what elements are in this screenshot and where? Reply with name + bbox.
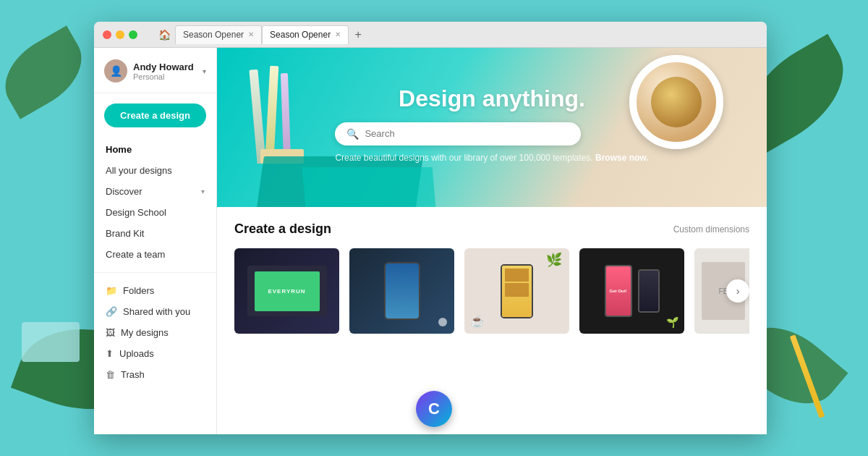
user-menu-chevron[interactable]: ▾ xyxy=(203,67,206,75)
user-info: Andy Howard Personal xyxy=(133,62,197,81)
design-card-presentation[interactable]: EVERYRUN Presentation xyxy=(234,248,339,334)
sidebar-item-uploads[interactable]: ⬆ Uploads xyxy=(94,343,216,364)
teal-shape-2 xyxy=(302,167,436,207)
sidebar-item-my-designs[interactable]: 🖼 My designs xyxy=(94,322,216,343)
new-tab-button[interactable]: + xyxy=(349,25,367,44)
sidebar-item-folders-label: Folders xyxy=(123,285,154,296)
sidebar-item-trash[interactable]: 🗑 Trash xyxy=(94,364,216,385)
video-thumbnail xyxy=(349,248,454,334)
design-card-instagram[interactable]: Get Out! 🌱 Instagram Story xyxy=(579,248,684,334)
discover-chevron: ▾ xyxy=(201,187,205,195)
sidebar-item-home-label: Home xyxy=(106,144,132,155)
social-block-2 xyxy=(505,283,529,297)
scroll-right-arrow[interactable]: › xyxy=(726,279,749,303)
custom-dimensions-link[interactable]: Custom dimensions xyxy=(673,224,749,235)
social-thumbnail: 🌿 ☕ xyxy=(464,248,569,334)
sidebar-item-folders[interactable]: 📁 Folders xyxy=(94,280,216,301)
avatar: 👤 xyxy=(104,59,127,83)
shared-icon: 🔗 xyxy=(106,306,117,317)
insta-phone-2 xyxy=(638,269,660,313)
designs-icon: 🖼 xyxy=(106,327,115,338)
social-screen xyxy=(502,266,532,317)
tab-1-close[interactable]: ✕ xyxy=(248,31,254,38)
user-section: 👤 Andy Howard Personal ▾ xyxy=(94,59,216,93)
sidebar-item-create-team[interactable]: Create a team xyxy=(94,244,216,265)
tab-2[interactable]: Season Opener ✕ xyxy=(262,25,349,44)
pencil-decoration xyxy=(790,334,825,418)
design-cards-container: EVERYRUN Presentation Vide xyxy=(234,248,749,334)
nav-divider xyxy=(94,272,216,273)
leaf-deco-instagram: 🌱 xyxy=(666,316,678,328)
browser-body: 👤 Andy Howard Personal ▾ Create a design… xyxy=(94,48,767,434)
coffee-latte-art xyxy=(651,77,702,127)
hero-banner: Design anything. 🔍 Create beautiful desi… xyxy=(217,48,767,207)
home-icon[interactable]: 🏠 xyxy=(153,25,175,44)
sidebar-item-design-school[interactable]: Design School xyxy=(94,202,216,223)
maximize-button[interactable] xyxy=(129,30,137,39)
sidebar-item-my-designs-label: My designs xyxy=(121,327,169,338)
tab-bar: 🏠 Season Opener ✕ Season Opener ✕ + xyxy=(153,25,758,44)
sidebar-item-shared-label: Shared with you xyxy=(123,306,190,317)
sidebar-item-brand-kit-label: Brand Kit xyxy=(106,228,144,239)
instagram-thumbnail: Get Out! 🌱 xyxy=(579,248,684,334)
uploads-icon: ⬆ xyxy=(106,348,114,359)
envelope-decoration xyxy=(22,322,80,362)
sidebar-item-uploads-label: Uploads xyxy=(119,348,154,359)
browser-titlebar: 🏠 Season Opener ✕ Season Opener ✕ + xyxy=(94,22,767,48)
search-bar: 🔍 xyxy=(335,122,581,145)
sidebar-item-discover-label: Discover xyxy=(106,186,142,197)
phone-screen xyxy=(386,263,419,318)
hero-subtitle: Create beautiful designs with our librar… xyxy=(335,153,648,163)
design-card-social[interactable]: 🌿 ☕ Animated Social Media xyxy=(464,248,569,334)
sidebar: 👤 Andy Howard Personal ▾ Create a design… xyxy=(94,48,217,434)
section-header: Create a design Custom dimensions xyxy=(234,221,749,237)
presentation-thumbnail: EVERYRUN xyxy=(234,248,339,334)
browse-link[interactable]: Browse now. xyxy=(595,153,649,163)
search-input[interactable] xyxy=(365,128,569,139)
tab-2-label: Season Opener xyxy=(270,30,331,40)
tab-1-label: Season Opener xyxy=(183,30,244,40)
design-card-video[interactable]: Video xyxy=(349,248,454,334)
canva-logo: C xyxy=(416,391,452,427)
section-title: Create a design xyxy=(234,221,331,237)
close-button[interactable] xyxy=(103,30,111,39)
insta-phone-1: Get Out! xyxy=(605,265,632,317)
social-block-1 xyxy=(505,269,529,282)
sidebar-item-design-school-label: Design School xyxy=(106,207,166,218)
trash-icon: 🗑 xyxy=(106,369,115,380)
tab-1[interactable]: Season Opener ✕ xyxy=(175,25,262,44)
create-design-button[interactable]: Create a design xyxy=(104,104,206,127)
insta-screen-1: Get Out! xyxy=(606,266,631,316)
sidebar-item-shared[interactable]: 🔗 Shared with you xyxy=(94,301,216,322)
leaf-decoration-tl xyxy=(0,25,95,119)
sidebar-item-all-designs-label: All your designs xyxy=(106,165,172,176)
pencil-2 xyxy=(265,66,279,156)
create-section: Create a design Custom dimensions EVERYR… xyxy=(217,207,767,348)
sidebar-item-trash-label: Trash xyxy=(121,369,145,380)
browser-window: 🏠 Season Opener ✕ Season Opener ✕ + 👤 An… xyxy=(94,22,767,434)
sidebar-item-discover[interactable]: Discover ▾ xyxy=(94,181,216,202)
main-content: Design anything. 🔍 Create beautiful desi… xyxy=(217,48,767,434)
laptop-shape: EVERYRUN xyxy=(247,266,327,316)
mug-decoration: ☕ xyxy=(470,314,485,328)
minimize-button[interactable] xyxy=(116,30,124,39)
social-phone xyxy=(501,264,533,318)
tab-2-close[interactable]: ✕ xyxy=(335,31,341,38)
insta-screen-2 xyxy=(639,271,658,311)
pencil-3 xyxy=(281,73,291,160)
sidebar-item-all-designs[interactable]: All your designs xyxy=(94,160,216,181)
folder-icon: 📁 xyxy=(106,285,117,296)
sidebar-item-create-team-label: Create a team xyxy=(106,249,165,260)
sidebar-item-brand-kit[interactable]: Brand Kit xyxy=(94,223,216,244)
hero-content: Design anything. 🔍 Create beautiful desi… xyxy=(335,85,648,163)
plant-decoration: 🌿 xyxy=(546,252,562,268)
user-name: Andy Howard xyxy=(133,62,197,72)
hero-title: Design anything. xyxy=(335,85,648,112)
laptop-screen: EVERYRUN xyxy=(255,271,320,311)
phone-shape xyxy=(384,262,420,320)
user-plan: Personal xyxy=(133,72,197,81)
search-icon: 🔍 xyxy=(346,128,359,140)
dot-decoration xyxy=(438,318,447,326)
sidebar-item-home[interactable]: Home xyxy=(94,139,216,160)
